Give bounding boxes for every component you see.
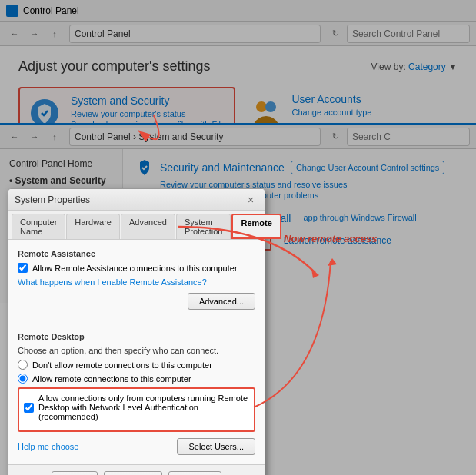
advanced-btn-container: Advanced...: [18, 293, 255, 316]
tab-advanced[interactable]: Advanced: [121, 214, 175, 239]
now-remote-access-label: Now remote access: [284, 233, 377, 244]
radio-allow-row: Allow remote connections to this compute…: [18, 374, 255, 384]
remote-desktop-label: Remote Desktop: [18, 332, 255, 341]
ok-button[interactable]: OK: [52, 471, 98, 475]
radio-dont-allow-row: Don't allow remote connections to this c…: [18, 360, 255, 370]
divider: [18, 324, 255, 324]
dialog-body: Remote Assistance Allow Remote Assistanc…: [8, 240, 265, 464]
nla-checkbox-label: Allow connections only from computers ru…: [38, 394, 249, 421]
dialog-tabs: Computer Name Hardware Advanced System P…: [8, 211, 265, 240]
radio-dont-allow-label: Don't allow remote connections to this c…: [32, 360, 212, 370]
nla-checkbox-box: Allow connections only from computers ru…: [18, 387, 255, 432]
allow-remote-assistance-checkbox-label: Allow Remote Assistance connections to t…: [32, 264, 238, 273]
apply-button[interactable]: Apply: [168, 471, 222, 475]
remote-assistance-label: Remote Assistance: [18, 249, 255, 258]
advanced-button[interactable]: Advanced...: [188, 293, 255, 310]
dialog-titlebar: System Properties ×: [8, 189, 265, 211]
dialog-title: System Properties: [15, 194, 90, 205]
select-users-button[interactable]: Select Users...: [177, 438, 255, 455]
remote-desktop-description: Choose an option, and then specify who c…: [18, 346, 255, 355]
footer-row: Help me choose Select Users...: [18, 438, 255, 455]
radio-dont-allow[interactable]: [18, 360, 28, 370]
radio-allow-label: Allow remote connections to this compute…: [32, 374, 191, 384]
help-me-choose-link[interactable]: Help me choose: [18, 442, 79, 451]
radio-allow[interactable]: [18, 374, 28, 384]
system-properties-dialog: System Properties × Computer Name Hardwa…: [8, 188, 265, 475]
allow-remote-assistance-row: Allow Remote Assistance connections to t…: [18, 263, 255, 273]
what-happens-link[interactable]: What happens when I enable Remote Assist…: [18, 277, 255, 287]
dialog-close-button[interactable]: ×: [243, 192, 258, 208]
tab-remote[interactable]: Remote: [231, 214, 281, 239]
tab-hardware[interactable]: Hardware: [66, 214, 120, 239]
nla-checkbox[interactable]: [24, 403, 34, 413]
cancel-button[interactable]: Cancel: [104, 471, 162, 475]
allow-remote-assistance-checkbox[interactable]: [18, 263, 28, 273]
nla-checkbox-row: Allow connections only from computers ru…: [24, 394, 249, 421]
dialog-footer: OK Cancel Apply: [8, 464, 265, 475]
tab-computer-name[interactable]: Computer Name: [12, 214, 65, 239]
tab-system-protection[interactable]: System Protection: [176, 214, 231, 239]
